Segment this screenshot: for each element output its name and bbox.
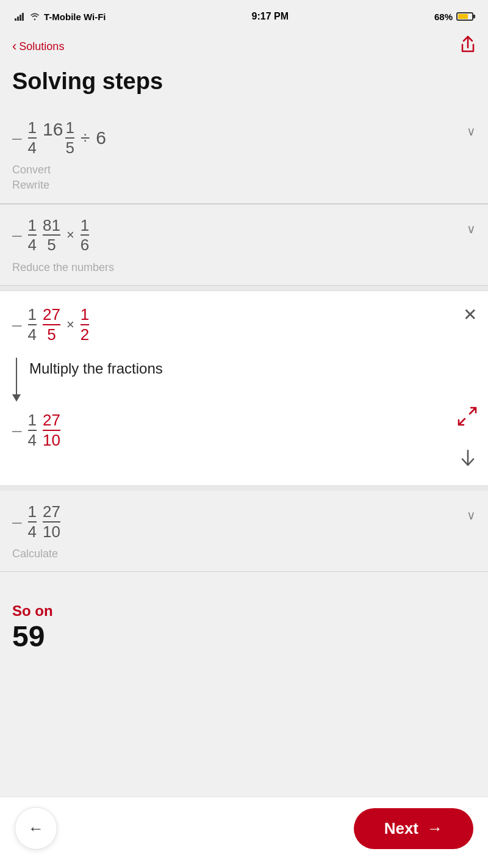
svg-rect-3 [22,13,24,21]
next-arrow-icon: → [427,819,443,838]
svg-rect-2 [20,15,21,21]
battery-percent: 68% [434,12,453,22]
frac-1-4-step4: 1 4 [28,503,37,540]
frac-1-6-step2: 1 6 [81,217,89,254]
step-3-text: Multiply the fractions [29,355,163,377]
back-arrow-icon: ← [28,819,44,838]
solution-label: So on [12,602,476,620]
expand-arrows-icon [458,407,477,426]
frac-27-5-step3: 27 5 [43,306,60,343]
frac-27-10-step4: 27 10 [43,503,60,540]
signal-icon [15,12,26,21]
step-1-card[interactable]: – 1 4 16 1 5 ÷ 6 Convert Rewrite ∨ [0,107,488,204]
step-2-desc: Reduce the numbers [12,260,476,275]
nav-bar: ‹ Solutions [0,31,488,62]
step-2-chevron-icon: ∨ [467,222,476,236]
step-1-chevron-icon: ∨ [467,124,476,139]
step-2-card[interactable]: – 1 4 81 5 × 1 6 Reduce the numbers ∨ [0,204,488,286]
status-bar: T-Mobile Wi-Fi 9:17 PM 68% [0,0,488,31]
neg-sign-3-result: – [12,421,22,440]
neg-sign-3: – [12,315,22,335]
bottom-navigation: ← Next → [0,797,488,868]
solution-value: 59 [12,620,476,653]
step-1-desc-convert: Convert [12,164,51,176]
frac-1-4-step3: 1 4 [28,306,37,343]
step-3-close-icon[interactable]: ✕ [463,305,477,325]
download-icon[interactable] [459,449,477,473]
share-icon [460,35,476,54]
down-arrow-icon [12,355,21,402]
share-button[interactable] [460,35,476,57]
neg-sign-1: – [12,128,22,148]
wifi-icon [29,12,40,21]
mixed-16-1-5: 16 1 5 [43,119,74,156]
step-3-result-expr: – 1 4 27 10 [12,411,476,449]
battery-icon [456,12,473,21]
frac-1-4-result: 1 4 [28,411,37,449]
svg-line-5 [459,419,465,425]
div-sign-1: ÷ [81,128,90,148]
next-button[interactable]: Next → [354,808,473,849]
step-4-desc: Calculate [12,546,476,562]
step-1-expr: – 1 4 16 1 5 ÷ 6 [12,119,476,156]
frac-1-4-step1: 1 4 [28,119,37,156]
frac-27-10-result: 27 10 [43,411,60,449]
frac-1-4-step2: 1 4 [28,217,37,254]
times-sign-2: × [66,227,74,243]
bottom-solution-section: So on 59 [0,572,488,702]
back-label: Solutions [19,40,64,53]
step-1-desc: Convert Rewrite [12,162,476,193]
page-title: Solving steps [0,62,488,107]
back-chevron-icon: ‹ [12,38,16,54]
expand-icon[interactable] [458,407,477,430]
svg-rect-1 [17,16,19,21]
frac-81-5-step2: 81 5 [43,217,60,254]
svg-line-4 [470,408,476,414]
step-3-arrow-container: Multiply the fractions [12,355,476,402]
next-label: Next [384,819,418,838]
step-3-card: ✕ – 1 4 27 5 × 1 2 Multiply the fraction… [0,291,488,486]
frac-1-5-step1: 1 5 [65,119,74,156]
back-solutions-button[interactable]: ‹ Solutions [12,38,64,54]
step-2-expr: – 1 4 81 5 × 1 6 [12,217,476,254]
section-gap-1 [0,286,488,291]
times-sign-3: × [66,317,74,333]
frac-1-2-step3: 1 2 [81,306,89,343]
step-1-desc-rewrite: Rewrite [12,179,49,191]
num-6-step1: 6 [96,128,106,148]
neg-sign-2: – [12,225,22,245]
step-3-top-expr: – 1 4 27 5 × 1 2 [12,306,476,343]
download-arrow-icon [459,449,477,469]
svg-rect-0 [15,18,16,21]
carrier-text: T-Mobile Wi-Fi [44,12,106,22]
section-gap-2 [0,486,488,491]
status-time: 9:17 PM [252,11,289,22]
step-4-chevron-icon: ∨ [467,508,476,523]
neg-sign-4: – [12,512,22,532]
step-4-expr: – 1 4 27 10 [12,503,476,540]
step-4-card[interactable]: – 1 4 27 10 Calculate ∨ [0,491,488,572]
back-button[interactable]: ← [15,807,57,850]
status-carrier: T-Mobile Wi-Fi [15,12,106,22]
status-battery: 68% [434,12,473,22]
